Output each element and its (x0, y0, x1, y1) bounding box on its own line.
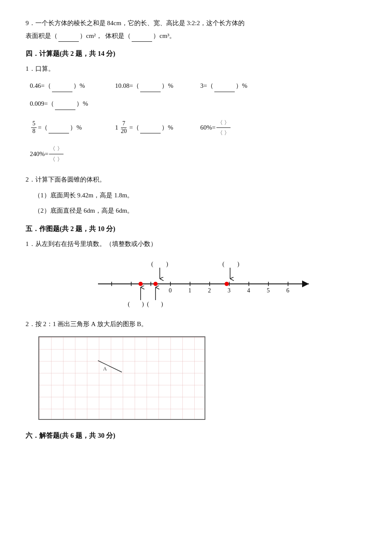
blank-0.46[interactable] (52, 80, 72, 92)
svg-text:): ) (166, 261, 168, 268)
blank-3[interactable] (214, 80, 235, 92)
blank-7-20[interactable] (140, 121, 161, 133)
calc-item-3: 3=（ ）% (200, 80, 285, 92)
calc-item-2: 10.08=（ ）% (115, 80, 200, 92)
q4-2-sub1: （1）底面周长 9.42m，高是 1.8m。 (34, 189, 366, 202)
svg-text:(: ( (128, 301, 130, 308)
section4-title: 四．计算题(共 2 题，共 14 分) (26, 49, 366, 58)
q5-1: 1．从左到右在括号里填数。（填整数或小数） ( ) ( ) (26, 238, 366, 310)
q4-2: 2．计算下面各圆锥的体积。 （1）底面周长 9.42m，高是 1.8m。 （2）… (26, 173, 366, 217)
calc-item-5: 5 8 =（ ）% (30, 120, 115, 135)
blank-10.08[interactable] (140, 80, 161, 92)
q9-blank1[interactable] (58, 29, 79, 42)
calc-item-6: 1 7 20 =（ ）% (115, 120, 200, 135)
svg-rect-32 (39, 337, 205, 419)
svg-text:(: ( (222, 261, 225, 268)
number-line-svg: ( ) ( ) (72, 258, 320, 309)
q5-1-label: 1．从左到右在括号里填数。（填整数或小数） (26, 238, 366, 250)
svg-text:): ) (161, 301, 163, 308)
section-4: 四．计算题(共 2 题，共 14 分) 1．口算。 0.46=（ ）% 10.0… (26, 49, 366, 217)
q4-2-label: 2．计算下面各圆锥的体积。 (26, 173, 366, 186)
svg-text:2: 2 (208, 287, 211, 294)
svg-text:6: 6 (286, 287, 289, 294)
svg-text:(: ( (147, 301, 149, 308)
question-9: 9．一个长方体的棱长之和是 84cm，它的长、宽、高比是 3:2:2，这个长方体… (26, 17, 366, 42)
calc-item-8: 240%= 〈 〉 〈 〉 (30, 144, 115, 164)
svg-text:4: 4 (247, 287, 250, 294)
blank-5-8[interactable] (49, 121, 69, 133)
svg-text:0: 0 (169, 287, 172, 294)
frac-blank-240: 〈 〉 〈 〉 (49, 144, 63, 164)
grid-wrapper: A (38, 336, 205, 420)
svg-text:1: 1 (188, 287, 191, 294)
q5-2-label: 2．按 2：1 画出三角形 A 放大后的图形 B。 (26, 318, 366, 330)
svg-text:3: 3 (228, 287, 231, 294)
q4-1-label: 1．口算。 (26, 63, 366, 75)
fraction-5-8: 5 8 (31, 120, 37, 135)
nl-red-dot-2 (153, 282, 158, 286)
svg-text:(: ( (151, 261, 153, 268)
calc-row-1: 0.46=（ ）% 10.08=（ ）% 3=（ ）% 0.009=（ ）% (30, 80, 366, 113)
section-6: 六．解答题(共 6 题，共 30 分) (26, 431, 366, 440)
section5-title: 五．作图题(共 2 题，共 10 分) (26, 225, 366, 234)
blank-0.009[interactable] (55, 98, 75, 110)
triangle-label-A: A (103, 366, 107, 372)
grid-svg: A (38, 336, 205, 420)
grid-area: A (38, 336, 366, 424)
q9-text: 9．一个长方体的棱长之和是 84cm，它的长、宽、高比是 3:2:2，这个长方体… (26, 17, 366, 42)
svg-text:): ) (142, 301, 144, 308)
calc-row-2: 5 8 =（ ）% 1 7 20 =（ ）% 60%= 〈 〉 〈 〉 (30, 118, 366, 167)
nl-red-dot-3 (225, 282, 229, 286)
fraction-7-20: 7 20 (120, 120, 128, 135)
svg-text:5: 5 (267, 287, 270, 294)
calc-item-4: 0.009=（ ）% (30, 98, 115, 110)
number-line-container: ( ) ( ) (72, 258, 320, 309)
frac-blank-60: 〈 〉 〈 〉 (216, 118, 231, 138)
section-5: 五．作图题(共 2 题，共 10 分) 1．从左到右在括号里填数。（填整数或小数… (26, 225, 366, 424)
q4-2-sub2: （2）底面直径是 6dm，高是 6dm。 (34, 205, 366, 217)
nl-red-dot-1 (138, 282, 143, 286)
calc-item-7: 60%= 〈 〉 〈 〉 (200, 118, 285, 138)
section6-title: 六．解答题(共 6 题，共 30 分) (26, 431, 366, 440)
calc-item-1: 0.46=（ ）% (30, 80, 115, 92)
q5-2: 2．按 2：1 画出三角形 A 放大后的图形 B。 (26, 318, 366, 424)
q9-blank2[interactable] (132, 29, 152, 42)
svg-text:): ) (237, 261, 239, 268)
q4-1: 1．口算。 0.46=（ ）% 10.08=（ ）% 3=（ ）% 0.009=… (26, 63, 366, 167)
